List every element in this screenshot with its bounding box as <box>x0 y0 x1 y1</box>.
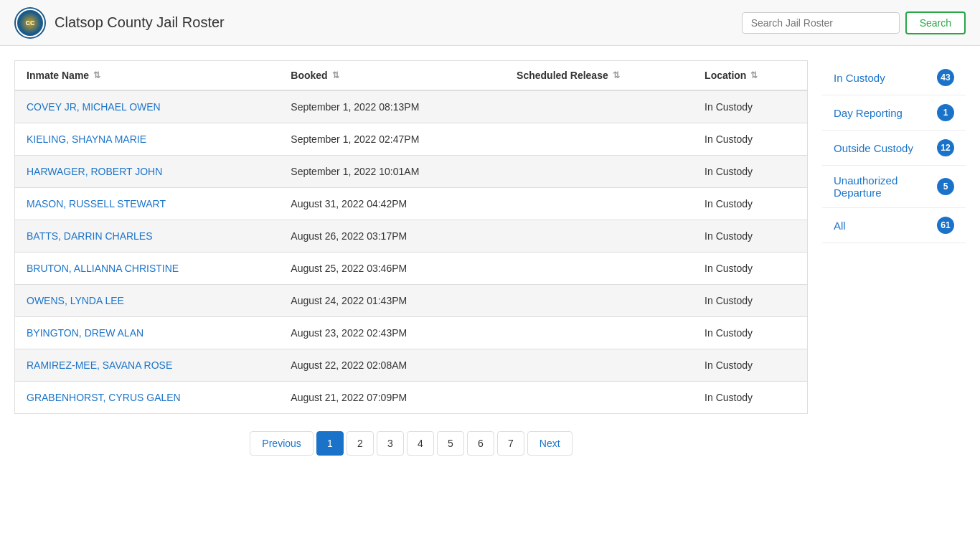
inmate-link[interactable]: COVEY JR, MICHAEL OWEN <box>27 101 161 113</box>
page-number-3[interactable]: 3 <box>377 431 404 456</box>
cell-scheduled-release <box>505 317 693 349</box>
cell-booked: September 1, 2022 08:13PM <box>279 90 505 123</box>
search-button[interactable]: Search <box>905 11 966 34</box>
table-row: BYINGTON, DREW ALANAugust 23, 2022 02:43… <box>15 317 808 349</box>
page-header: CC Clatsop County Jail Roster Search <box>0 0 980 46</box>
logo: CC <box>14 7 46 39</box>
sidebar-badge-unauthorized-departure: 5 <box>937 178 954 195</box>
sidebar-label-all: All <box>834 220 846 232</box>
search-input[interactable] <box>742 12 900 34</box>
table-row: KIELING, SHAYNA MARIESeptember 1, 2022 0… <box>15 123 808 156</box>
inmate-link[interactable]: KIELING, SHAYNA MARIE <box>27 133 146 145</box>
sort-icon-booked: ⇅ <box>332 70 339 80</box>
cell-location: In Custody <box>693 317 807 349</box>
cell-location: In Custody <box>693 123 807 156</box>
cell-location: In Custody <box>693 156 807 188</box>
sidebar-badge-all: 61 <box>937 217 954 234</box>
cell-scheduled-release <box>505 90 693 123</box>
table-row: COVEY JR, MICHAEL OWENSeptember 1, 2022 … <box>15 90 808 123</box>
sidebar-label-outside-custody: Outside Custody <box>834 142 913 154</box>
cell-booked: August 24, 2022 01:43PM <box>279 285 505 317</box>
cell-booked: August 22, 2022 02:08AM <box>279 349 505 382</box>
inmate-link[interactable]: OWENS, LYNDA LEE <box>27 295 124 306</box>
table-header-row: Inmate Name ⇅ Booked ⇅ Scheduled Release <box>15 61 808 91</box>
sidebar-item-day-reporting[interactable]: Day Reporting1 <box>822 95 966 131</box>
inmate-link[interactable]: RAMIREZ-MEE, SAVANA ROSE <box>27 359 172 371</box>
cell-inmate-name: BRUTON, ALLIANNA CHRISTINE <box>15 253 280 285</box>
cell-inmate-name: KIELING, SHAYNA MARIE <box>15 123 280 156</box>
roster-table: Inmate Name ⇅ Booked ⇅ Scheduled Release <box>14 60 808 414</box>
page-number-4[interactable]: 4 <box>407 431 434 456</box>
table-row: MASON, RUSSELL STEWARTAugust 31, 2022 04… <box>15 188 808 220</box>
cell-location: In Custody <box>693 220 807 253</box>
page-number-1[interactable]: 1 <box>316 431 344 456</box>
sidebar-item-unauthorized-departure[interactable]: Unauthorized Departure5 <box>822 166 966 208</box>
page-number-2[interactable]: 2 <box>347 431 374 456</box>
cell-booked: August 23, 2022 02:43PM <box>279 317 505 349</box>
cell-location: In Custody <box>693 253 807 285</box>
sort-icon-release: ⇅ <box>613 70 620 80</box>
col-scheduled-release[interactable]: Scheduled Release ⇅ <box>505 61 693 91</box>
cell-booked: September 1, 2022 02:47PM <box>279 123 505 156</box>
sidebar-badge-day-reporting: 1 <box>937 104 954 121</box>
page-number-5[interactable]: 5 <box>437 431 464 456</box>
table-row: GRABENHORST, CYRUS GALENAugust 21, 2022 … <box>15 382 808 414</box>
sidebar-label-unauthorized-departure: Unauthorized Departure <box>834 174 937 199</box>
col-location[interactable]: Location ⇅ <box>693 61 807 91</box>
sidebar: In Custody43Day Reporting1Outside Custod… <box>822 60 966 537</box>
table-row: HARWAGER, ROBERT JOHNSeptember 1, 2022 1… <box>15 156 808 188</box>
next-button[interactable]: Next <box>527 431 573 456</box>
table-area: Inmate Name ⇅ Booked ⇅ Scheduled Release <box>14 60 808 537</box>
inmate-link[interactable]: MASON, RUSSELL STEWART <box>27 198 166 209</box>
cell-location: In Custody <box>693 285 807 317</box>
cell-scheduled-release <box>505 188 693 220</box>
page-number-6[interactable]: 6 <box>467 431 494 456</box>
cell-inmate-name: GRABENHORST, CYRUS GALEN <box>15 382 280 414</box>
cell-scheduled-release <box>505 123 693 156</box>
cell-inmate-name: OWENS, LYNDA LEE <box>15 285 280 317</box>
inmate-link[interactable]: HARWAGER, ROBERT JOHN <box>27 166 162 177</box>
cell-location: In Custody <box>693 349 807 382</box>
sidebar-item-in-custody[interactable]: In Custody43 <box>822 60 966 95</box>
inmate-link[interactable]: BYINGTON, DREW ALAN <box>27 327 143 339</box>
previous-button[interactable]: Previous <box>250 431 313 456</box>
cell-inmate-name: COVEY JR, MICHAEL OWEN <box>15 90 280 123</box>
main-content: Inmate Name ⇅ Booked ⇅ Scheduled Release <box>0 46 980 551</box>
cell-booked: August 31, 2022 04:42PM <box>279 188 505 220</box>
sidebar-badge-outside-custody: 12 <box>937 139 954 156</box>
cell-scheduled-release <box>505 253 693 285</box>
cell-scheduled-release <box>505 382 693 414</box>
cell-inmate-name: MASON, RUSSELL STEWART <box>15 188 280 220</box>
table-row: RAMIREZ-MEE, SAVANA ROSEAugust 22, 2022 … <box>15 349 808 382</box>
cell-inmate-name: HARWAGER, ROBERT JOHN <box>15 156 280 188</box>
pagination: Previous 1234567 Next <box>14 431 808 456</box>
table-row: OWENS, LYNDA LEEAugust 24, 2022 01:43PMI… <box>15 285 808 317</box>
cell-scheduled-release <box>505 220 693 253</box>
sidebar-item-outside-custody[interactable]: Outside Custody12 <box>822 131 966 166</box>
cell-location: In Custody <box>693 90 807 123</box>
inmate-link[interactable]: BRUTON, ALLIANNA CHRISTINE <box>27 263 179 274</box>
sidebar-label-in-custody: In Custody <box>834 72 885 84</box>
logo-icon: CC <box>16 9 44 37</box>
sidebar-item-all[interactable]: All61 <box>822 208 966 243</box>
cell-booked: September 1, 2022 10:01AM <box>279 156 505 188</box>
page-title: Clatsop County Jail Roster <box>55 14 225 31</box>
col-booked[interactable]: Booked ⇅ <box>279 61 505 91</box>
cell-inmate-name: RAMIREZ-MEE, SAVANA ROSE <box>15 349 280 382</box>
table-row: BRUTON, ALLIANNA CHRISTINEAugust 25, 202… <box>15 253 808 285</box>
search-area: Search <box>742 11 966 34</box>
inmate-link[interactable]: BATTS, DARRIN CHARLES <box>27 230 153 242</box>
cell-location: In Custody <box>693 188 807 220</box>
cell-inmate-name: BATTS, DARRIN CHARLES <box>15 220 280 253</box>
cell-scheduled-release <box>505 285 693 317</box>
table-row: BATTS, DARRIN CHARLESAugust 26, 2022 03:… <box>15 220 808 253</box>
cell-inmate-name: BYINGTON, DREW ALAN <box>15 317 280 349</box>
cell-booked: August 21, 2022 07:09PM <box>279 382 505 414</box>
col-inmate-name[interactable]: Inmate Name ⇅ <box>15 61 280 91</box>
sidebar-badge-in-custody: 43 <box>937 69 954 86</box>
cell-scheduled-release <box>505 156 693 188</box>
cell-booked: August 26, 2022 03:17PM <box>279 220 505 253</box>
sidebar-label-day-reporting: Day Reporting <box>834 107 903 119</box>
inmate-link[interactable]: GRABENHORST, CYRUS GALEN <box>27 392 181 403</box>
page-number-7[interactable]: 7 <box>497 431 524 456</box>
